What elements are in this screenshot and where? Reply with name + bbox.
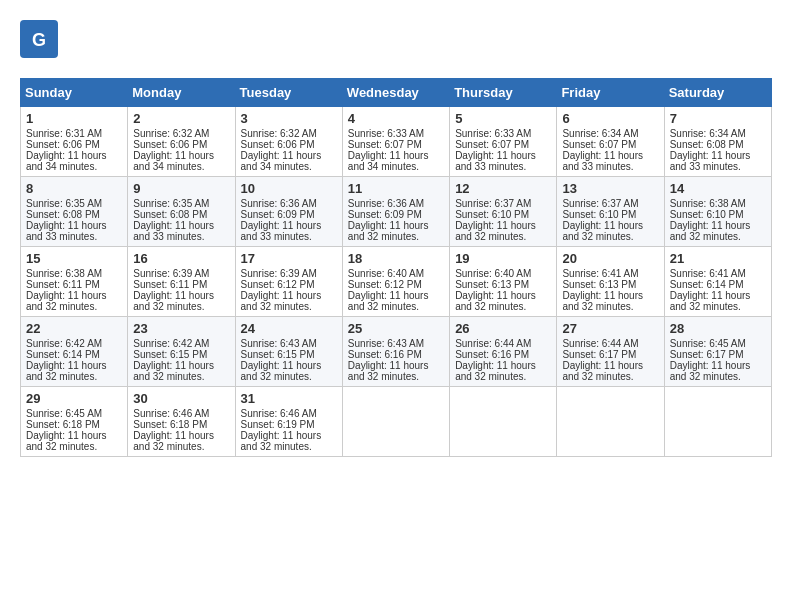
- calendar-day-21: 21Sunrise: 6:41 AMSunset: 6:14 PMDayligh…: [664, 247, 771, 317]
- calendar-day-25: 25Sunrise: 6:43 AMSunset: 6:16 PMDayligh…: [342, 317, 449, 387]
- daylight-text: Daylight: 11 hours and 33 minutes.: [562, 150, 658, 172]
- sunset-text: Sunset: 6:12 PM: [241, 279, 337, 290]
- sunrise-text: Sunrise: 6:33 AM: [348, 128, 444, 139]
- daylight-text: Daylight: 11 hours and 34 minutes.: [26, 150, 122, 172]
- daylight-text: Daylight: 11 hours and 32 minutes.: [133, 290, 229, 312]
- sunset-text: Sunset: 6:07 PM: [348, 139, 444, 150]
- day-number: 29: [26, 391, 122, 406]
- calendar-day-28: 28Sunrise: 6:45 AMSunset: 6:17 PMDayligh…: [664, 317, 771, 387]
- daylight-text: Daylight: 11 hours and 32 minutes.: [241, 290, 337, 312]
- calendar-day-14: 14Sunrise: 6:38 AMSunset: 6:10 PMDayligh…: [664, 177, 771, 247]
- sunrise-text: Sunrise: 6:36 AM: [348, 198, 444, 209]
- daylight-text: Daylight: 11 hours and 33 minutes.: [241, 220, 337, 242]
- sunset-text: Sunset: 6:08 PM: [133, 209, 229, 220]
- sunset-text: Sunset: 6:08 PM: [26, 209, 122, 220]
- daylight-text: Daylight: 11 hours and 32 minutes.: [26, 290, 122, 312]
- day-number: 23: [133, 321, 229, 336]
- day-number: 27: [562, 321, 658, 336]
- day-number: 16: [133, 251, 229, 266]
- sunset-text: Sunset: 6:08 PM: [670, 139, 766, 150]
- calendar-week-5: 29Sunrise: 6:45 AMSunset: 6:18 PMDayligh…: [21, 387, 772, 457]
- sunset-text: Sunset: 6:14 PM: [670, 279, 766, 290]
- calendar-day-2: 2Sunrise: 6:32 AMSunset: 6:06 PMDaylight…: [128, 107, 235, 177]
- calendar-week-2: 8Sunrise: 6:35 AMSunset: 6:08 PMDaylight…: [21, 177, 772, 247]
- sunset-text: Sunset: 6:07 PM: [455, 139, 551, 150]
- day-number: 6: [562, 111, 658, 126]
- sunset-text: Sunset: 6:19 PM: [241, 419, 337, 430]
- sunset-text: Sunset: 6:12 PM: [348, 279, 444, 290]
- calendar-day-19: 19Sunrise: 6:40 AMSunset: 6:13 PMDayligh…: [450, 247, 557, 317]
- sunset-text: Sunset: 6:14 PM: [26, 349, 122, 360]
- calendar-day-15: 15Sunrise: 6:38 AMSunset: 6:11 PMDayligh…: [21, 247, 128, 317]
- day-number: 7: [670, 111, 766, 126]
- calendar-day-1: 1Sunrise: 6:31 AMSunset: 6:06 PMDaylight…: [21, 107, 128, 177]
- calendar-day-26: 26Sunrise: 6:44 AMSunset: 6:16 PMDayligh…: [450, 317, 557, 387]
- sunrise-text: Sunrise: 6:37 AM: [562, 198, 658, 209]
- calendar-day-29: 29Sunrise: 6:45 AMSunset: 6:18 PMDayligh…: [21, 387, 128, 457]
- sunset-text: Sunset: 6:16 PM: [455, 349, 551, 360]
- daylight-text: Daylight: 11 hours and 32 minutes.: [241, 360, 337, 382]
- daylight-text: Daylight: 11 hours and 32 minutes.: [670, 360, 766, 382]
- daylight-text: Daylight: 11 hours and 33 minutes.: [26, 220, 122, 242]
- sunrise-text: Sunrise: 6:42 AM: [26, 338, 122, 349]
- calendar-day-9: 9Sunrise: 6:35 AMSunset: 6:08 PMDaylight…: [128, 177, 235, 247]
- calendar-table: SundayMondayTuesdayWednesdayThursdayFrid…: [20, 78, 772, 457]
- day-header-wednesday: Wednesday: [342, 79, 449, 107]
- sunrise-text: Sunrise: 6:45 AM: [670, 338, 766, 349]
- day-header-sunday: Sunday: [21, 79, 128, 107]
- sunset-text: Sunset: 6:13 PM: [455, 279, 551, 290]
- day-number: 22: [26, 321, 122, 336]
- calendar-day-3: 3Sunrise: 6:32 AMSunset: 6:06 PMDaylight…: [235, 107, 342, 177]
- sunrise-text: Sunrise: 6:33 AM: [455, 128, 551, 139]
- calendar-day-18: 18Sunrise: 6:40 AMSunset: 6:12 PMDayligh…: [342, 247, 449, 317]
- daylight-text: Daylight: 11 hours and 32 minutes.: [26, 360, 122, 382]
- calendar-day-30: 30Sunrise: 6:46 AMSunset: 6:18 PMDayligh…: [128, 387, 235, 457]
- daylight-text: Daylight: 11 hours and 32 minutes.: [562, 290, 658, 312]
- sunset-text: Sunset: 6:18 PM: [26, 419, 122, 430]
- sunrise-text: Sunrise: 6:42 AM: [133, 338, 229, 349]
- day-header-tuesday: Tuesday: [235, 79, 342, 107]
- day-header-thursday: Thursday: [450, 79, 557, 107]
- sunrise-text: Sunrise: 6:43 AM: [348, 338, 444, 349]
- daylight-text: Daylight: 11 hours and 32 minutes.: [562, 220, 658, 242]
- calendar-day-4: 4Sunrise: 6:33 AMSunset: 6:07 PMDaylight…: [342, 107, 449, 177]
- daylight-text: Daylight: 11 hours and 34 minutes.: [241, 150, 337, 172]
- sunrise-text: Sunrise: 6:34 AM: [562, 128, 658, 139]
- sunrise-text: Sunrise: 6:39 AM: [133, 268, 229, 279]
- day-number: 17: [241, 251, 337, 266]
- calendar-day-20: 20Sunrise: 6:41 AMSunset: 6:13 PMDayligh…: [557, 247, 664, 317]
- daylight-text: Daylight: 11 hours and 32 minutes.: [455, 360, 551, 382]
- calendar-day-7: 7Sunrise: 6:34 AMSunset: 6:08 PMDaylight…: [664, 107, 771, 177]
- empty-cell: [450, 387, 557, 457]
- day-number: 4: [348, 111, 444, 126]
- daylight-text: Daylight: 11 hours and 33 minutes.: [670, 150, 766, 172]
- daylight-text: Daylight: 11 hours and 33 minutes.: [133, 220, 229, 242]
- calendar-day-22: 22Sunrise: 6:42 AMSunset: 6:14 PMDayligh…: [21, 317, 128, 387]
- sunrise-text: Sunrise: 6:32 AM: [133, 128, 229, 139]
- day-number: 11: [348, 181, 444, 196]
- calendar-day-6: 6Sunrise: 6:34 AMSunset: 6:07 PMDaylight…: [557, 107, 664, 177]
- daylight-text: Daylight: 11 hours and 32 minutes.: [26, 430, 122, 452]
- sunset-text: Sunset: 6:06 PM: [26, 139, 122, 150]
- sunset-text: Sunset: 6:10 PM: [455, 209, 551, 220]
- sunrise-text: Sunrise: 6:41 AM: [670, 268, 766, 279]
- sunrise-text: Sunrise: 6:38 AM: [26, 268, 122, 279]
- daylight-text: Daylight: 11 hours and 32 minutes.: [348, 290, 444, 312]
- day-number: 8: [26, 181, 122, 196]
- sunrise-text: Sunrise: 6:40 AM: [348, 268, 444, 279]
- calendar-day-5: 5Sunrise: 6:33 AMSunset: 6:07 PMDaylight…: [450, 107, 557, 177]
- calendar-week-1: 1Sunrise: 6:31 AMSunset: 6:06 PMDaylight…: [21, 107, 772, 177]
- daylight-text: Daylight: 11 hours and 32 minutes.: [348, 360, 444, 382]
- daylight-text: Daylight: 11 hours and 32 minutes.: [455, 290, 551, 312]
- day-number: 26: [455, 321, 551, 336]
- calendar-day-13: 13Sunrise: 6:37 AMSunset: 6:10 PMDayligh…: [557, 177, 664, 247]
- day-number: 21: [670, 251, 766, 266]
- sunrise-text: Sunrise: 6:34 AM: [670, 128, 766, 139]
- sunset-text: Sunset: 6:10 PM: [562, 209, 658, 220]
- calendar-week-4: 22Sunrise: 6:42 AMSunset: 6:14 PMDayligh…: [21, 317, 772, 387]
- daylight-text: Daylight: 11 hours and 34 minutes.: [348, 150, 444, 172]
- daylight-text: Daylight: 11 hours and 32 minutes.: [455, 220, 551, 242]
- sunrise-text: Sunrise: 6:32 AM: [241, 128, 337, 139]
- sunrise-text: Sunrise: 6:45 AM: [26, 408, 122, 419]
- sunset-text: Sunset: 6:17 PM: [670, 349, 766, 360]
